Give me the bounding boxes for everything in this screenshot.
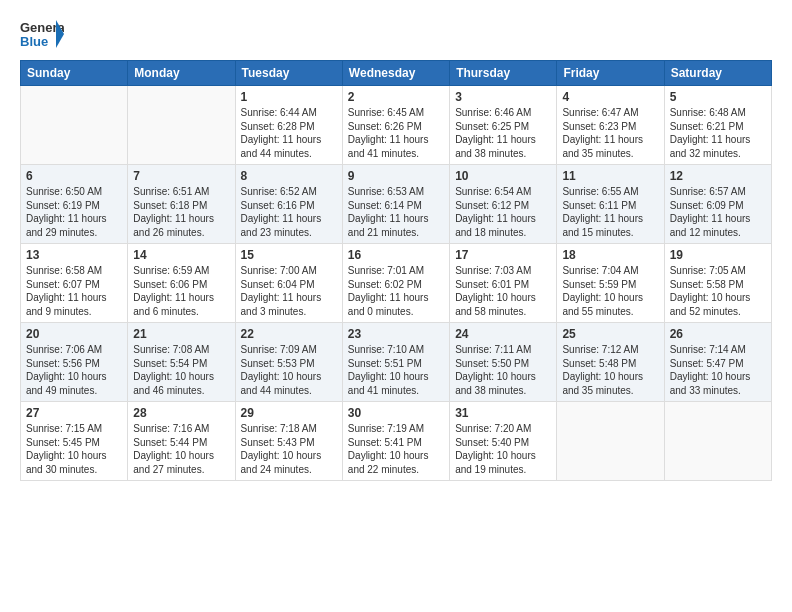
cell-content: Sunrise: 7:18 AMSunset: 5:43 PMDaylight:… bbox=[241, 422, 337, 476]
cell-content: Sunrise: 6:59 AMSunset: 6:06 PMDaylight:… bbox=[133, 264, 229, 318]
cell-content: Sunrise: 6:48 AMSunset: 6:21 PMDaylight:… bbox=[670, 106, 766, 160]
calendar-cell: 27Sunrise: 7:15 AMSunset: 5:45 PMDayligh… bbox=[21, 402, 128, 481]
calendar-col-header: Tuesday bbox=[235, 61, 342, 86]
day-number: 20 bbox=[26, 327, 122, 341]
cell-content: Sunrise: 7:04 AMSunset: 5:59 PMDaylight:… bbox=[562, 264, 658, 318]
calendar-cell: 18Sunrise: 7:04 AMSunset: 5:59 PMDayligh… bbox=[557, 244, 664, 323]
cell-content: Sunrise: 6:54 AMSunset: 6:12 PMDaylight:… bbox=[455, 185, 551, 239]
calendar-week-row: 6Sunrise: 6:50 AMSunset: 6:19 PMDaylight… bbox=[21, 165, 772, 244]
calendar-cell: 8Sunrise: 6:52 AMSunset: 6:16 PMDaylight… bbox=[235, 165, 342, 244]
calendar-col-header: Wednesday bbox=[342, 61, 449, 86]
day-number: 21 bbox=[133, 327, 229, 341]
cell-content: Sunrise: 7:05 AMSunset: 5:58 PMDaylight:… bbox=[670, 264, 766, 318]
calendar-col-header: Sunday bbox=[21, 61, 128, 86]
day-number: 17 bbox=[455, 248, 551, 262]
day-number: 13 bbox=[26, 248, 122, 262]
calendar-cell bbox=[21, 86, 128, 165]
cell-content: Sunrise: 7:11 AMSunset: 5:50 PMDaylight:… bbox=[455, 343, 551, 397]
calendar-cell: 17Sunrise: 7:03 AMSunset: 6:01 PMDayligh… bbox=[450, 244, 557, 323]
day-number: 3 bbox=[455, 90, 551, 104]
calendar-cell: 21Sunrise: 7:08 AMSunset: 5:54 PMDayligh… bbox=[128, 323, 235, 402]
cell-content: Sunrise: 6:58 AMSunset: 6:07 PMDaylight:… bbox=[26, 264, 122, 318]
calendar-cell bbox=[664, 402, 771, 481]
day-number: 19 bbox=[670, 248, 766, 262]
calendar-cell: 4Sunrise: 6:47 AMSunset: 6:23 PMDaylight… bbox=[557, 86, 664, 165]
logo-icon: General Blue bbox=[20, 16, 64, 52]
calendar-cell: 12Sunrise: 6:57 AMSunset: 6:09 PMDayligh… bbox=[664, 165, 771, 244]
cell-content: Sunrise: 7:08 AMSunset: 5:54 PMDaylight:… bbox=[133, 343, 229, 397]
day-number: 31 bbox=[455, 406, 551, 420]
calendar-col-header: Saturday bbox=[664, 61, 771, 86]
cell-content: Sunrise: 7:16 AMSunset: 5:44 PMDaylight:… bbox=[133, 422, 229, 476]
calendar-col-header: Thursday bbox=[450, 61, 557, 86]
calendar-cell: 10Sunrise: 6:54 AMSunset: 6:12 PMDayligh… bbox=[450, 165, 557, 244]
day-number: 22 bbox=[241, 327, 337, 341]
calendar-cell: 7Sunrise: 6:51 AMSunset: 6:18 PMDaylight… bbox=[128, 165, 235, 244]
day-number: 30 bbox=[348, 406, 444, 420]
calendar-cell: 22Sunrise: 7:09 AMSunset: 5:53 PMDayligh… bbox=[235, 323, 342, 402]
calendar-cell: 26Sunrise: 7:14 AMSunset: 5:47 PMDayligh… bbox=[664, 323, 771, 402]
calendar-cell: 24Sunrise: 7:11 AMSunset: 5:50 PMDayligh… bbox=[450, 323, 557, 402]
day-number: 12 bbox=[670, 169, 766, 183]
calendar-cell: 5Sunrise: 6:48 AMSunset: 6:21 PMDaylight… bbox=[664, 86, 771, 165]
calendar-cell: 6Sunrise: 6:50 AMSunset: 6:19 PMDaylight… bbox=[21, 165, 128, 244]
calendar-cell: 29Sunrise: 7:18 AMSunset: 5:43 PMDayligh… bbox=[235, 402, 342, 481]
day-number: 23 bbox=[348, 327, 444, 341]
day-number: 18 bbox=[562, 248, 658, 262]
day-number: 6 bbox=[26, 169, 122, 183]
day-number: 4 bbox=[562, 90, 658, 104]
calendar-cell: 15Sunrise: 7:00 AMSunset: 6:04 PMDayligh… bbox=[235, 244, 342, 323]
cell-content: Sunrise: 6:44 AMSunset: 6:28 PMDaylight:… bbox=[241, 106, 337, 160]
calendar-table: SundayMondayTuesdayWednesdayThursdayFrid… bbox=[20, 60, 772, 481]
calendar-col-header: Monday bbox=[128, 61, 235, 86]
calendar-week-row: 20Sunrise: 7:06 AMSunset: 5:56 PMDayligh… bbox=[21, 323, 772, 402]
day-number: 1 bbox=[241, 90, 337, 104]
cell-content: Sunrise: 6:57 AMSunset: 6:09 PMDaylight:… bbox=[670, 185, 766, 239]
header: General Blue bbox=[20, 16, 772, 52]
cell-content: Sunrise: 6:55 AMSunset: 6:11 PMDaylight:… bbox=[562, 185, 658, 239]
cell-content: Sunrise: 6:52 AMSunset: 6:16 PMDaylight:… bbox=[241, 185, 337, 239]
calendar-cell: 16Sunrise: 7:01 AMSunset: 6:02 PMDayligh… bbox=[342, 244, 449, 323]
cell-content: Sunrise: 7:20 AMSunset: 5:40 PMDaylight:… bbox=[455, 422, 551, 476]
calendar-cell: 30Sunrise: 7:19 AMSunset: 5:41 PMDayligh… bbox=[342, 402, 449, 481]
day-number: 16 bbox=[348, 248, 444, 262]
calendar-cell: 28Sunrise: 7:16 AMSunset: 5:44 PMDayligh… bbox=[128, 402, 235, 481]
day-number: 26 bbox=[670, 327, 766, 341]
calendar-col-header: Friday bbox=[557, 61, 664, 86]
calendar-cell: 1Sunrise: 6:44 AMSunset: 6:28 PMDaylight… bbox=[235, 86, 342, 165]
calendar-week-row: 1Sunrise: 6:44 AMSunset: 6:28 PMDaylight… bbox=[21, 86, 772, 165]
cell-content: Sunrise: 6:50 AMSunset: 6:19 PMDaylight:… bbox=[26, 185, 122, 239]
calendar-cell: 20Sunrise: 7:06 AMSunset: 5:56 PMDayligh… bbox=[21, 323, 128, 402]
page: General Blue SundayMondayTuesdayWednesda… bbox=[0, 0, 792, 501]
svg-text:Blue: Blue bbox=[20, 34, 48, 49]
cell-content: Sunrise: 7:06 AMSunset: 5:56 PMDaylight:… bbox=[26, 343, 122, 397]
cell-content: Sunrise: 7:01 AMSunset: 6:02 PMDaylight:… bbox=[348, 264, 444, 318]
cell-content: Sunrise: 6:53 AMSunset: 6:14 PMDaylight:… bbox=[348, 185, 444, 239]
cell-content: Sunrise: 7:03 AMSunset: 6:01 PMDaylight:… bbox=[455, 264, 551, 318]
cell-content: Sunrise: 6:47 AMSunset: 6:23 PMDaylight:… bbox=[562, 106, 658, 160]
calendar-cell: 23Sunrise: 7:10 AMSunset: 5:51 PMDayligh… bbox=[342, 323, 449, 402]
calendar-cell bbox=[128, 86, 235, 165]
cell-content: Sunrise: 6:45 AMSunset: 6:26 PMDaylight:… bbox=[348, 106, 444, 160]
day-number: 28 bbox=[133, 406, 229, 420]
calendar-header-row: SundayMondayTuesdayWednesdayThursdayFrid… bbox=[21, 61, 772, 86]
calendar-cell: 25Sunrise: 7:12 AMSunset: 5:48 PMDayligh… bbox=[557, 323, 664, 402]
cell-content: Sunrise: 7:15 AMSunset: 5:45 PMDaylight:… bbox=[26, 422, 122, 476]
calendar-cell: 14Sunrise: 6:59 AMSunset: 6:06 PMDayligh… bbox=[128, 244, 235, 323]
cell-content: Sunrise: 7:00 AMSunset: 6:04 PMDaylight:… bbox=[241, 264, 337, 318]
calendar-cell: 31Sunrise: 7:20 AMSunset: 5:40 PMDayligh… bbox=[450, 402, 557, 481]
day-number: 8 bbox=[241, 169, 337, 183]
day-number: 2 bbox=[348, 90, 444, 104]
calendar-cell: 9Sunrise: 6:53 AMSunset: 6:14 PMDaylight… bbox=[342, 165, 449, 244]
day-number: 27 bbox=[26, 406, 122, 420]
calendar-week-row: 27Sunrise: 7:15 AMSunset: 5:45 PMDayligh… bbox=[21, 402, 772, 481]
day-number: 10 bbox=[455, 169, 551, 183]
calendar-cell bbox=[557, 402, 664, 481]
day-number: 29 bbox=[241, 406, 337, 420]
day-number: 14 bbox=[133, 248, 229, 262]
calendar-cell: 19Sunrise: 7:05 AMSunset: 5:58 PMDayligh… bbox=[664, 244, 771, 323]
day-number: 11 bbox=[562, 169, 658, 183]
calendar-cell: 11Sunrise: 6:55 AMSunset: 6:11 PMDayligh… bbox=[557, 165, 664, 244]
calendar-cell: 2Sunrise: 6:45 AMSunset: 6:26 PMDaylight… bbox=[342, 86, 449, 165]
calendar-cell: 13Sunrise: 6:58 AMSunset: 6:07 PMDayligh… bbox=[21, 244, 128, 323]
